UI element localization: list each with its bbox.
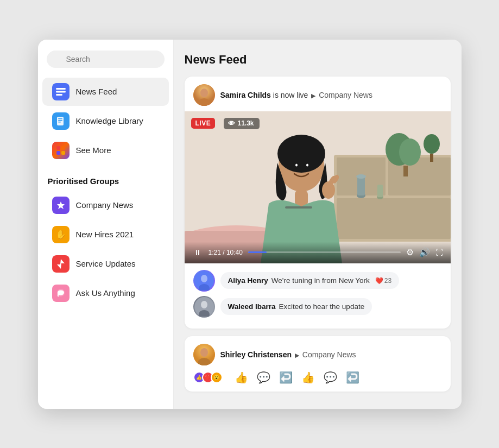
post1-header-text: Samira Childs is now live ▶ Company News [220,91,372,99]
svg-rect-31 [377,185,383,197]
viewer-count-value: 11.3k [238,119,254,127]
svg-point-29 [356,174,366,179]
live-badge: LIVE [191,118,216,129]
fullscreen-icon[interactable]: ⛶ [435,248,443,257]
post2-bottom: 👍 ❤️ 😮 👍 💬 ↩️ 👍 💬 ↩️ [185,371,451,392]
search-wrapper: 🔍 [47,51,165,68]
comment-row-2: Waleed Ibarra Excited to hear the update [193,296,442,318]
svg-rect-8 [61,146,65,150]
svg-rect-2 [56,94,62,96]
comment-1-text: We're tuning in from New York [271,276,370,285]
sidebar: 🔍 News Feed [38,40,174,409]
svg-rect-4 [58,118,62,119]
comment-1-reaction: ❤️ 23 [375,277,391,285]
news-feed-icon [52,83,70,100]
progress-bar[interactable] [248,251,401,253]
ask-us-icon [52,285,70,302]
see-more-icon [52,142,70,159]
svg-point-23 [399,138,421,166]
react-icon-3: ↩️ [279,371,293,384]
post1-header: Samira Childs is now live ▶ Company News [185,77,451,111]
react-icon-4: 👍 [301,371,315,384]
time-total: 10:40 [226,249,243,256]
svg-rect-3 [57,117,64,125]
prioritised-groups-title: Prioritised Groups [38,169,173,190]
post2-group[interactable]: Company News [302,350,356,359]
post1-author: Samira Childs [220,91,271,99]
groups-list: Company News ✋ New Hires 2021 Service Up… [38,191,173,307]
svg-rect-21 [337,198,451,239]
small-avatars: 👍 ❤️ 😮 [193,371,223,383]
svg-rect-10 [61,151,65,155]
aliya-avatar [193,270,215,292]
post1-status-text: is now live [273,91,308,99]
live-video-card: Samira Childs is now live ▶ Company News [185,77,451,329]
svg-point-47 [201,301,207,308]
progress-fill [248,251,267,253]
svg-point-15 [200,89,208,97]
shirley-avatar [193,344,215,365]
comment-2-text: Excited to hear the update [279,302,365,311]
settings-icon[interactable]: ⚙ [406,247,414,257]
app-window: 🔍 News Feed [38,40,462,409]
svg-rect-5 [58,120,62,121]
samira-avatar [193,84,215,106]
react-icon-5: 💬 [324,371,337,384]
reaction-preview: 👍 ❤️ 😮 [193,371,223,384]
svg-point-25 [424,134,440,154]
post1-group[interactable]: Company News [319,91,372,99]
comment-1-author: Aliya Henry [228,276,268,285]
sidebar-item-news-feed[interactable]: News Feed [42,78,169,106]
news-feed-label: News Feed [76,87,117,96]
page-title: News Feed [185,53,451,67]
post2-author: Shirley Christensen [220,350,292,359]
volume-icon[interactable]: 🔊 [419,247,430,257]
svg-rect-28 [357,176,365,195]
small-avatar-3: 😮 [211,371,223,383]
react-icon-6: ↩️ [346,371,359,384]
svg-rect-7 [56,146,60,150]
svg-rect-6 [58,122,61,123]
svg-point-44 [201,275,207,282]
svg-rect-26 [430,154,433,162]
main-content: News Feed [174,40,462,409]
sidebar-item-knowledge-library[interactable]: Knowledge Library [42,107,169,135]
sidebar-item-new-hires[interactable]: ✋ New Hires 2021 [42,220,169,249]
svg-point-35 [277,135,325,173]
time-current: 1:21 [209,249,221,256]
svg-rect-24 [403,166,408,176]
new-hires-icon: ✋ [52,226,70,243]
post1-arrow: ▶ [311,92,315,99]
svg-point-41 [306,163,308,166]
company-news-icon [52,197,70,214]
comment-1-bubble: Aliya Henry We're tuning in from New Yor… [220,272,400,289]
eye-icon: 👁 [228,119,235,128]
service-updates-icon [52,255,70,273]
see-more-label: See More [76,146,111,155]
sidebar-item-service-updates[interactable]: Service Updates [42,250,169,278]
svg-marker-11 [57,201,65,209]
pause-button[interactable]: ⏸ [192,247,203,258]
video-controls: ⏸ 1:21 / 10:40 ⚙ 🔊 ⛶ [185,242,451,263]
svg-rect-36 [295,190,308,206]
react-icon-2: 💬 [257,371,270,384]
comment-2-bubble: Waleed Ibarra Excited to hear the update [220,298,372,315]
post2-arrow: ▶ [295,352,299,358]
time-display: 1:21 / 10:40 [209,249,243,256]
new-hires-label: New Hires 2021 [76,230,134,239]
sidebar-item-company-news[interactable]: Company News [42,191,169,219]
comment-2-author: Waleed Ibarra [228,302,276,311]
viewer-count: 👁 11.3k [224,118,260,129]
search-input[interactable] [47,51,165,68]
ask-us-anything-label: Ask Us Anything [76,288,135,298]
sidebar-item-see-more[interactable]: See More [42,136,169,165]
post2-header: Shirley Christensen ▶ Company News [185,336,451,371]
video-player[interactable]: LIVE 👁 11.3k ⏸ 1:21 / 10:40 ⚙ [185,111,451,263]
search-container: 🔍 [38,48,173,77]
svg-rect-42 [285,206,312,209]
sidebar-item-ask-us-anything[interactable]: Ask Us Anything [42,279,169,307]
service-updates-label: Service Updates [76,259,136,268]
svg-marker-12 [57,259,65,269]
time-separator: / [223,249,226,256]
svg-rect-0 [56,88,66,90]
